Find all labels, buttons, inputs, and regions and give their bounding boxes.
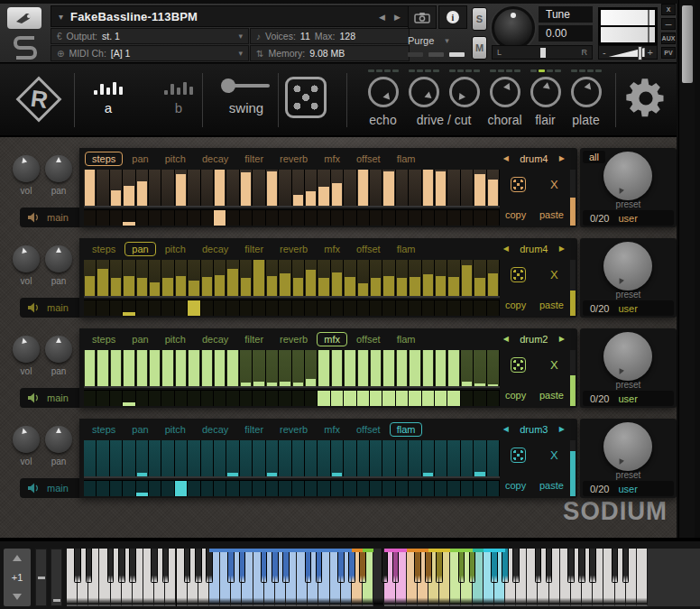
global-randomize-button[interactable] [285, 77, 327, 118]
paste-button[interactable]: paste [539, 209, 564, 220]
row-volume-knob[interactable] [13, 155, 40, 182]
sub-step-cell[interactable] [136, 209, 149, 226]
tab-steps[interactable]: steps [85, 422, 123, 437]
mute-button[interactable]: M [472, 36, 487, 60]
purge-menu[interactable]: Purge ▾ [408, 32, 467, 48]
step-cell[interactable] [435, 260, 447, 296]
sub-step-cell[interactable] [161, 480, 174, 496]
row-mini-slider[interactable] [570, 170, 576, 226]
next-drum-button[interactable]: ▶ [559, 425, 565, 433]
sub-step-cell[interactable] [331, 300, 344, 316]
next-drum-button[interactable]: ▶ [559, 154, 565, 162]
preset-knob[interactable] [603, 152, 652, 200]
sub-step-cell[interactable] [487, 209, 500, 226]
piano-key-black[interactable] [512, 549, 520, 583]
sub-step-cell[interactable] [422, 209, 435, 226]
piano-key-black[interactable] [567, 549, 575, 583]
sub-step-cell[interactable] [370, 390, 382, 406]
step-cell[interactable] [84, 440, 97, 476]
sub-step-cell[interactable] [435, 209, 447, 226]
tab-flam[interactable]: flam [390, 152, 423, 166]
swing-control[interactable]: swing [215, 78, 278, 115]
sub-step-cell[interactable] [266, 390, 279, 406]
row-volume-knob[interactable] [13, 245, 40, 272]
aux-button[interactable]: AUX [661, 32, 676, 44]
fx-knob[interactable] [409, 77, 439, 107]
sub-step-cell[interactable] [447, 480, 460, 496]
step-cell[interactable] [422, 170, 435, 206]
tab-pitch[interactable]: pitch [158, 152, 193, 166]
sub-step-cell[interactable] [370, 480, 382, 496]
step-cell[interactable] [253, 170, 265, 206]
step-cell[interactable] [435, 440, 447, 476]
sub-step-cell[interactable] [240, 209, 253, 226]
sub-step-cell[interactable] [279, 209, 291, 226]
step-cell[interactable] [110, 260, 123, 296]
sub-step-cell[interactable] [175, 300, 188, 316]
step-cell[interactable] [97, 260, 109, 296]
step-cell[interactable] [84, 260, 97, 296]
step-cell[interactable] [214, 350, 226, 386]
step-cell[interactable] [344, 170, 356, 206]
row-pan-knob[interactable] [45, 336, 72, 363]
step-cell[interactable] [110, 170, 123, 206]
step-cell[interactable] [123, 440, 135, 476]
piano-key-black[interactable] [491, 549, 498, 583]
pan-slider-handle[interactable] [538, 48, 546, 58]
step-cell[interactable] [396, 440, 409, 476]
step-cell[interactable] [161, 170, 174, 206]
tab-pan[interactable]: pan [124, 242, 155, 256]
step-cell[interactable] [292, 350, 305, 386]
sub-step-cell[interactable] [409, 300, 421, 316]
piano-key-black[interactable] [261, 549, 268, 583]
tab-mfx[interactable]: mfx [317, 422, 347, 437]
step-cell[interactable] [487, 260, 500, 296]
step-cell[interactable] [175, 170, 188, 206]
row-randomize-button[interactable] [511, 177, 526, 192]
sub-step-cell[interactable] [136, 480, 149, 496]
copy-button[interactable]: copy [505, 480, 526, 491]
tab-mfx[interactable]: mfx [317, 152, 347, 166]
step-cell[interactable] [382, 350, 395, 386]
piano-key-black[interactable] [414, 549, 421, 583]
step-cell[interactable] [396, 350, 409, 386]
step-cell[interactable] [110, 440, 123, 476]
step-cell[interactable] [266, 260, 279, 296]
piano-key-black[interactable] [392, 549, 400, 583]
piano-key-black[interactable] [129, 549, 136, 583]
step-cell[interactable] [136, 440, 149, 476]
sub-step-cell[interactable] [188, 209, 200, 226]
copy-button[interactable]: copy [505, 209, 526, 220]
sub-step-cell[interactable] [305, 480, 318, 496]
step-cell[interactable] [214, 260, 226, 296]
sub-step-cell[interactable] [97, 300, 109, 316]
tab-pan[interactable]: pan [124, 332, 155, 346]
sub-step-cell[interactable] [396, 300, 409, 316]
sub-step-cell[interactable] [226, 209, 239, 226]
step-cell[interactable] [331, 170, 344, 206]
pattern-b-button[interactable]: b [153, 78, 204, 115]
tab-reverb[interactable]: reverb [272, 242, 315, 256]
step-cell[interactable] [305, 260, 318, 296]
step-cell[interactable] [149, 170, 161, 206]
sub-step-cell[interactable] [266, 300, 279, 316]
sub-step-cell[interactable] [357, 209, 370, 226]
rack-scrollbar[interactable] [678, 0, 695, 538]
step-cell[interactable] [279, 350, 291, 386]
pitch-wheel[interactable] [35, 549, 47, 606]
sub-step-cell[interactable] [84, 390, 97, 406]
row-pan-knob[interactable] [45, 426, 72, 453]
sub-step-cell[interactable] [240, 300, 253, 316]
step-cell[interactable] [240, 260, 253, 296]
sub-step-cell[interactable] [123, 209, 135, 226]
next-drum-button[interactable]: ▶ [559, 335, 565, 343]
sub-step-cell[interactable] [370, 300, 382, 316]
sub-step-cell[interactable] [188, 390, 200, 406]
piano-key-black[interactable] [107, 549, 115, 583]
drum-name[interactable]: drum2 [516, 334, 552, 345]
piano-key-black[interactable] [337, 549, 345, 583]
step-cell[interactable] [461, 260, 474, 296]
step-cell[interactable] [305, 350, 318, 386]
rack-scrollbar-thumb[interactable] [682, 5, 693, 83]
sub-step-cell[interactable] [435, 390, 447, 406]
